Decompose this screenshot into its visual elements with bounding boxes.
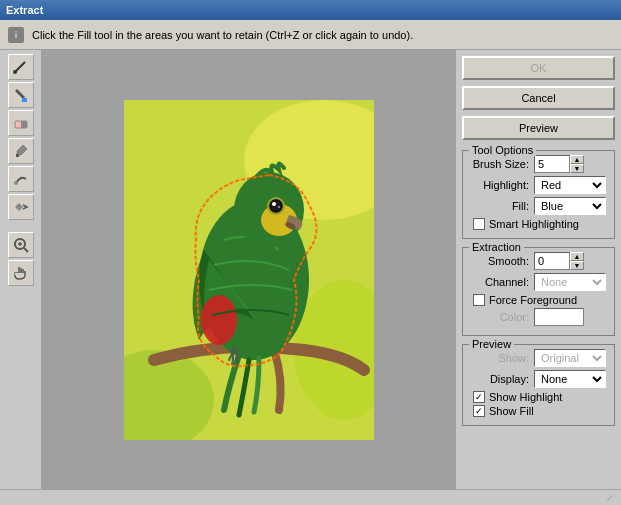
highlight-label: Highlight: — [469, 179, 534, 191]
hand-tool[interactable] — [8, 260, 34, 286]
color-swatch[interactable] — [534, 308, 584, 326]
show-highlight-label: Show Highlight — [489, 391, 562, 403]
display-label: Display: — [469, 373, 534, 385]
color-label: Color: — [469, 311, 534, 323]
svg-rect-3 — [21, 121, 27, 128]
title-bar: Extract — [0, 0, 621, 20]
color-row: Color: — [469, 308, 608, 326]
smooth-arrows: ▲ ▼ — [570, 252, 584, 270]
show-row: Show: Original — [469, 349, 608, 367]
smooth-row: Smooth: ▲ ▼ — [469, 252, 608, 270]
svg-rect-1 — [22, 98, 27, 102]
cleanup-tool[interactable] — [8, 166, 34, 192]
fill-select[interactable]: Blue Red Green Other — [535, 198, 605, 214]
resize-grip: ⟋ — [605, 492, 617, 504]
brush-size-input[interactable] — [534, 155, 570, 173]
display-select[interactable]: None — [535, 371, 605, 387]
edge-touchup-tool[interactable] — [8, 194, 34, 220]
smart-highlighting-label: Smart Highlighting — [489, 218, 579, 230]
main-container: i Click the Fill tool in the areas you w… — [0, 20, 621, 505]
channel-label: Channel: — [469, 276, 534, 288]
brush-size-row: Brush Size: ▲ ▼ — [469, 155, 608, 173]
svg-point-21 — [272, 202, 276, 206]
brush-size-arrows: ▲ ▼ — [570, 155, 584, 173]
show-label: Show: — [469, 352, 534, 364]
title-text: Extract — [6, 4, 43, 16]
ok-button[interactable]: OK — [462, 56, 615, 80]
show-fill-label: Show Fill — [489, 405, 534, 417]
svg-rect-4 — [16, 154, 19, 157]
smart-highlighting-row: Smart Highlighting — [469, 218, 608, 230]
instruction-bar: i Click the Fill tool in the areas you w… — [0, 20, 621, 50]
channel-select-wrapper: None — [534, 273, 606, 291]
show-select[interactable]: Original — [535, 350, 605, 366]
force-foreground-label: Force Foreground — [489, 294, 577, 306]
fill-row: Fill: Blue Red Green Other — [469, 197, 608, 215]
svg-line-7 — [24, 248, 28, 252]
highlight-select-wrapper: Red Green Blue Other — [534, 176, 606, 194]
tool-options-title: Tool Options — [469, 144, 536, 156]
force-foreground-row: Force Foreground — [469, 294, 608, 306]
instruction-text: Click the Fill tool in the areas you wan… — [32, 29, 413, 41]
brush-size-up[interactable]: ▲ — [570, 155, 584, 164]
svg-rect-10 — [15, 273, 19, 275]
eraser-tool[interactable] — [8, 110, 34, 136]
edge-highlighter-tool[interactable] — [8, 54, 34, 80]
svg-point-0 — [13, 70, 17, 74]
image-canvas — [124, 100, 374, 440]
smooth-input[interactable] — [534, 252, 570, 270]
show-fill-checkbox[interactable] — [473, 405, 485, 417]
brush-size-down[interactable]: ▼ — [570, 164, 584, 173]
channel-row: Channel: None — [469, 273, 608, 291]
smart-highlighting-checkbox[interactable] — [473, 218, 485, 230]
right-panel: OK Cancel Preview Tool Options Brush Siz… — [456, 50, 621, 489]
smooth-up[interactable]: ▲ — [570, 252, 584, 261]
preview-title: Preview — [469, 338, 514, 350]
zoom-tool[interactable] — [8, 232, 34, 258]
extraction-group: Extraction Smooth: ▲ ▼ Channel: — [462, 247, 615, 336]
highlight-select[interactable]: Red Green Blue Other — [535, 177, 605, 193]
display-row: Display: None — [469, 370, 608, 388]
show-highlight-checkbox[interactable] — [473, 391, 485, 403]
smooth-spinner: ▲ ▼ — [534, 252, 584, 270]
svg-point-22 — [278, 206, 280, 208]
svg-point-5 — [14, 181, 18, 185]
highlight-row: Highlight: Red Green Blue Other — [469, 176, 608, 194]
canvas-area — [42, 50, 456, 489]
smooth-down[interactable]: ▼ — [570, 261, 584, 270]
svg-point-16 — [201, 295, 237, 345]
status-bar: ⟋ — [0, 489, 621, 505]
instruction-icon: i — [8, 27, 24, 43]
show-fill-row: Show Fill — [469, 405, 608, 417]
fill-select-wrapper: Blue Red Green Other — [534, 197, 606, 215]
display-select-wrapper: None — [534, 370, 606, 388]
cancel-button[interactable]: Cancel — [462, 86, 615, 110]
preview-button[interactable]: Preview — [462, 116, 615, 140]
content-area: OK Cancel Preview Tool Options Brush Siz… — [0, 50, 621, 489]
channel-select[interactable]: None — [535, 274, 605, 290]
preview-group: Preview Show: Original Display: None — [462, 344, 615, 426]
show-select-wrapper: Original — [534, 349, 606, 367]
show-highlight-row: Show Highlight — [469, 391, 608, 403]
eyedropper-tool[interactable] — [8, 138, 34, 164]
fill-tool[interactable] — [8, 82, 34, 108]
force-foreground-checkbox[interactable] — [473, 294, 485, 306]
svg-point-20 — [271, 201, 281, 211]
brush-size-spinner: ▲ ▼ — [534, 155, 584, 173]
extraction-title: Extraction — [469, 241, 524, 253]
tool-options-group: Tool Options Brush Size: ▲ ▼ Highlight: — [462, 150, 615, 239]
brush-size-label: Brush Size: — [469, 158, 534, 170]
fill-label: Fill: — [469, 200, 534, 212]
smooth-label: Smooth: — [469, 255, 534, 267]
toolbar — [0, 50, 42, 489]
